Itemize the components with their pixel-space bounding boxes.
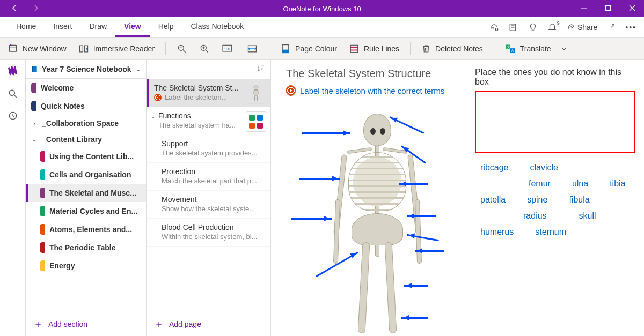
unknown-drop-box[interactable] — [475, 91, 635, 153]
minimize-button[interactable] — [572, 1, 596, 17]
tab-class-notebook[interactable]: Class Notebook — [182, 17, 253, 37]
tab-insert[interactable]: Insert — [45, 17, 80, 37]
skeleton-diagram — [286, 103, 463, 336]
notebook-icon — [30, 64, 39, 74]
svg-point-4 — [495, 28, 498, 31]
zoom-100-button[interactable]: 100 — [221, 41, 236, 56]
page-colour-button[interactable]: Page Colour — [279, 41, 338, 56]
page-item-title: Support — [154, 139, 264, 148]
meeting-icon[interactable] — [509, 23, 518, 32]
label-arrow — [415, 250, 444, 252]
section-label: The Skeletal and Musc... — [49, 189, 136, 197]
nav-rail — [0, 60, 26, 336]
section-item[interactable]: Welcome — [26, 79, 146, 97]
add-section-button[interactable]: ＋ Add section — [26, 312, 146, 336]
word-bank-term[interactable]: skull — [579, 211, 596, 221]
section-item[interactable]: Quick Notes — [26, 97, 146, 115]
word-bank-term[interactable]: sternum — [535, 227, 566, 237]
svg-rect-9 — [9, 45, 16, 51]
label-arrow — [399, 183, 428, 185]
search-icon[interactable] — [8, 88, 18, 101]
lightbulb-icon[interactable] — [528, 23, 538, 32]
svg-rect-25 — [282, 49, 289, 53]
tab-help[interactable]: Help — [150, 17, 182, 37]
word-bank-term[interactable]: ribcage — [480, 163, 508, 173]
section-color-tab — [31, 101, 36, 111]
word-bank-term[interactable]: spine — [527, 195, 547, 205]
sync-icon[interactable] — [489, 23, 499, 32]
section-label: Energy — [49, 262, 75, 270]
section-item[interactable]: Using the Content Lib... — [26, 147, 146, 166]
page-instruction: Label the skeleton with the correct term… — [286, 86, 444, 95]
more-icon[interactable]: ••• — [625, 23, 636, 32]
section-item[interactable]: The Skeletal and Musc... — [26, 184, 146, 202]
notebooks-icon[interactable] — [7, 65, 19, 79]
ribbon-separator — [165, 42, 166, 55]
zoom-in-button[interactable] — [198, 41, 211, 56]
chevron-right-icon: › — [31, 121, 38, 126]
tab-home[interactable]: Home — [8, 17, 45, 37]
notebook-picker[interactable]: Year 7 Science Notebook ⌄ — [26, 60, 146, 79]
section-label: Quick Notes — [41, 102, 85, 110]
new-window-button[interactable]: New Window — [6, 41, 68, 56]
word-bank-term[interactable]: fibula — [569, 195, 589, 205]
page-item[interactable]: ProtectionMatch the skeletal part that p… — [147, 163, 270, 191]
section-item[interactable]: Atoms, Elements and... — [26, 220, 146, 238]
section-item[interactable]: The Periodic Table — [26, 238, 146, 257]
target-icon — [286, 86, 296, 95]
word-bank-term[interactable]: tibia — [610, 179, 625, 189]
section-item[interactable]: Material Cycles and En... — [26, 202, 146, 220]
fullscreen-icon[interactable] — [607, 23, 616, 32]
page-item[interactable]: MovementShow how the skeletal syste... — [147, 191, 270, 219]
svg-rect-45 — [254, 90, 258, 95]
sort-icon[interactable] — [257, 64, 265, 74]
svg-text:100: 100 — [224, 47, 230, 50]
tab-draw[interactable]: Draw — [80, 17, 115, 37]
svg-line-46 — [254, 95, 255, 101]
skeleton-figure — [334, 114, 420, 328]
svg-line-17 — [206, 50, 208, 52]
page-item[interactable]: Blood Cell ProductionWithin the skeletal… — [147, 219, 270, 247]
back-button[interactable] — [5, 4, 24, 14]
page-item-preview: Within the skeletal system, bl... — [154, 233, 264, 241]
notifications-icon[interactable]: 9+ — [547, 23, 557, 32]
svg-text:文: 文 — [507, 45, 510, 49]
label-arrow — [302, 132, 350, 134]
page-item[interactable]: ⌄FunctionsThe skeletal system ha... — [147, 107, 270, 135]
recent-icon[interactable] — [8, 110, 18, 123]
section-item[interactable]: Energy — [26, 257, 146, 275]
translate-button[interactable]: 文A Translate — [504, 41, 552, 56]
zoom-out-button[interactable] — [175, 41, 188, 56]
word-bank-term[interactable]: radius — [523, 211, 547, 221]
add-page-button[interactable]: ＋ Add page — [147, 312, 270, 336]
exercise-panel: Place the ones you do not know in this b… — [475, 68, 635, 237]
svg-rect-1 — [605, 6, 610, 11]
page-item[interactable]: SupportThe skeletal system provides... — [147, 135, 270, 163]
page-item-title: Movement — [154, 195, 264, 204]
forward-button[interactable] — [27, 4, 45, 14]
rule-lines-button[interactable]: Rule Lines — [348, 41, 400, 56]
section-group[interactable]: ›_Collaboration Space — [26, 115, 146, 131]
section-color-tab — [40, 151, 45, 162]
page-item[interactable]: The Skeletal System St...Label the skele… — [147, 79, 270, 107]
section-label: Material Cycles and En... — [49, 207, 137, 215]
share-button[interactable]: Share — [567, 23, 597, 32]
close-button[interactable] — [620, 1, 644, 17]
word-bank-term[interactable]: ulna — [572, 179, 588, 189]
section-item[interactable]: Cells and Organisation — [26, 166, 146, 184]
deleted-notes-button[interactable]: Deleted Notes — [420, 41, 484, 56]
section-group[interactable]: ⌄_Content Library — [26, 131, 146, 147]
section-color-tab — [31, 83, 36, 93]
maximize-button[interactable] — [596, 1, 620, 17]
word-bank-term[interactable]: humerus — [480, 227, 514, 237]
tab-view[interactable]: View — [115, 17, 150, 37]
label-arrow — [401, 317, 428, 319]
page-width-button[interactable] — [245, 41, 259, 56]
page-canvas[interactable]: The Skeletal System Structure Label the … — [271, 60, 644, 336]
word-bank-term[interactable]: clavicle — [530, 163, 558, 173]
svg-rect-40 — [32, 66, 33, 72]
translate-dropdown[interactable] — [560, 43, 568, 54]
immersive-reader-button[interactable]: Immersive Reader — [77, 41, 156, 56]
word-bank-term[interactable]: femur — [529, 179, 551, 189]
word-bank-term[interactable]: patella — [480, 195, 506, 205]
